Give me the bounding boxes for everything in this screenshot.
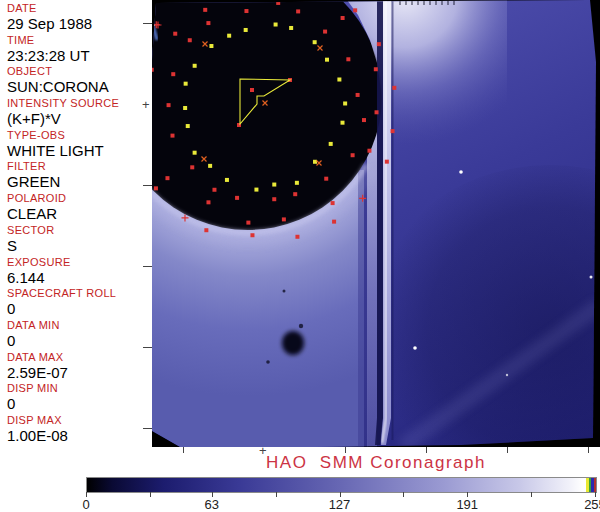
fiducial-dot xyxy=(212,188,216,192)
fiducial-dot xyxy=(375,110,379,114)
metadata-label: DATE xyxy=(7,2,152,15)
fiducial-dot xyxy=(332,220,336,224)
metadata-label: DISP MAX xyxy=(7,414,152,427)
colorbar-tick xyxy=(150,492,151,497)
fiducial-dot xyxy=(154,186,158,190)
fiducial-dot xyxy=(170,134,174,138)
metadata-label: DATA MAX xyxy=(7,351,152,364)
metadata-value: CLEAR xyxy=(7,205,152,222)
fiducial-dot xyxy=(190,165,194,169)
metadata-label: OBJECT xyxy=(7,65,152,78)
smm-coronagraph-display: DATE29 Sep 1988TIME23:23:28 UTOBJECTSUN:… xyxy=(0,0,600,512)
fiducial-dot xyxy=(362,118,366,122)
star-dot xyxy=(590,276,593,279)
colorbar-tick-label: 255 xyxy=(573,497,600,512)
metadata-value: (K+F)*V xyxy=(7,110,152,127)
metadata-label: DISP MIN xyxy=(7,382,152,395)
fiducial-dot xyxy=(346,57,350,61)
metadata-field: DISP MIN0 xyxy=(0,382,152,414)
fiducial-dot xyxy=(246,221,250,225)
fiducial-dot xyxy=(313,160,317,164)
metadata-panel: DATE29 Sep 1988TIME23:23:28 UTOBJECTSUN:… xyxy=(0,0,152,455)
metadata-value: GREEN xyxy=(7,173,152,190)
metadata-label: TYPE-OBS xyxy=(7,129,152,142)
dark-speck xyxy=(266,360,270,364)
fiducial-dot xyxy=(206,200,210,204)
fiducial-dot xyxy=(276,1,280,5)
metadata-field: FILTERGREEN xyxy=(0,160,152,192)
fiducial-dot xyxy=(300,0,304,1)
metadata-value: WHITE LIGHT xyxy=(7,142,152,159)
fiducial-dot xyxy=(250,233,254,237)
fiducial-dot xyxy=(173,32,177,36)
metadata-field: TIME23:23:28 UT xyxy=(0,34,152,66)
left-axis-tick xyxy=(143,428,152,429)
colorbar-end-stripe xyxy=(594,478,597,492)
fiducial-dot xyxy=(272,197,276,201)
fiducial-dot xyxy=(227,34,231,38)
star-dot xyxy=(459,170,463,174)
fiducial-dot xyxy=(391,129,395,133)
metadata-field: DATE29 Sep 1988 xyxy=(0,2,152,34)
fiducial-dot xyxy=(324,177,328,181)
fiducial-dot xyxy=(289,26,293,30)
fiducial-dot xyxy=(374,67,378,71)
fiducial-dot xyxy=(204,228,208,232)
metadata-label: TIME xyxy=(7,34,152,47)
fiducial-dot xyxy=(356,93,360,97)
fiducial-dot xyxy=(184,82,188,86)
fiducial-dot xyxy=(353,8,357,12)
dark-blob xyxy=(282,331,304,355)
fiducial-dot xyxy=(282,217,286,221)
metadata-field: DISP MAX1.00E-08 xyxy=(0,414,152,446)
metadata-label: FILTER xyxy=(7,160,152,173)
left-axis-plus-marker: + xyxy=(142,98,150,111)
fiducial-dot xyxy=(167,103,171,107)
fiducial-dot xyxy=(274,23,278,27)
metadata-value: 2.59E-07 xyxy=(7,364,152,381)
fiducial-dot xyxy=(351,153,355,157)
left-axis-tick xyxy=(143,347,152,348)
fiducial-dot xyxy=(272,183,276,187)
colorbar-tick xyxy=(531,492,532,497)
fiducial-dot xyxy=(165,176,169,180)
metadata-field: POLAROIDCLEAR xyxy=(0,192,152,224)
fiducial-dot xyxy=(325,58,329,62)
fiducial-dot xyxy=(296,9,300,13)
left-axis-tick xyxy=(143,185,152,186)
colorbar-tick xyxy=(276,492,277,497)
dark-speck xyxy=(283,290,286,293)
fiducial-dot xyxy=(385,160,389,164)
metadata-value: 0 xyxy=(7,300,152,317)
metadata-field: EXPOSURE6.144 xyxy=(0,256,152,288)
fiducial-dot xyxy=(193,64,197,68)
fiducial-dot xyxy=(377,42,381,46)
metadata-value: 0 xyxy=(7,395,152,412)
fiducial-dot xyxy=(343,101,347,105)
metadata-value: 29 Sep 1988 xyxy=(7,15,152,32)
fiducial-dot xyxy=(331,201,335,205)
fiducial-dot xyxy=(244,28,248,32)
fiducial-dot xyxy=(206,21,210,25)
metadata-value: 23:23:28 UT xyxy=(7,47,152,64)
fiducial-dot xyxy=(323,30,327,34)
image-viewport[interactable] xyxy=(152,0,600,447)
fiducial-dot xyxy=(225,178,229,182)
colorbar xyxy=(86,477,597,493)
colorbar-tick-label: 0 xyxy=(64,497,108,512)
metadata-label: EXPOSURE xyxy=(7,256,152,269)
metadata-value: 1.00E-08 xyxy=(7,427,152,444)
fiducial-dot xyxy=(367,149,371,153)
metadata-value: 6.144 xyxy=(7,269,152,286)
image-title: HAO SMM Coronagraph xyxy=(152,453,600,473)
coronagraph-scene xyxy=(152,0,600,447)
colorbar-tick xyxy=(403,492,404,497)
fiducial-dot xyxy=(203,8,207,12)
fiducial-dot xyxy=(209,44,213,48)
metadata-label: INTENSITY SOURCE xyxy=(7,97,152,110)
fiducial-dot xyxy=(188,38,192,42)
metadata-value: SUN:CORONA xyxy=(7,78,152,95)
fiducial-dot xyxy=(186,124,190,128)
metadata-field: DATA MIN0 xyxy=(0,319,152,351)
fiducial-dot xyxy=(341,121,345,125)
